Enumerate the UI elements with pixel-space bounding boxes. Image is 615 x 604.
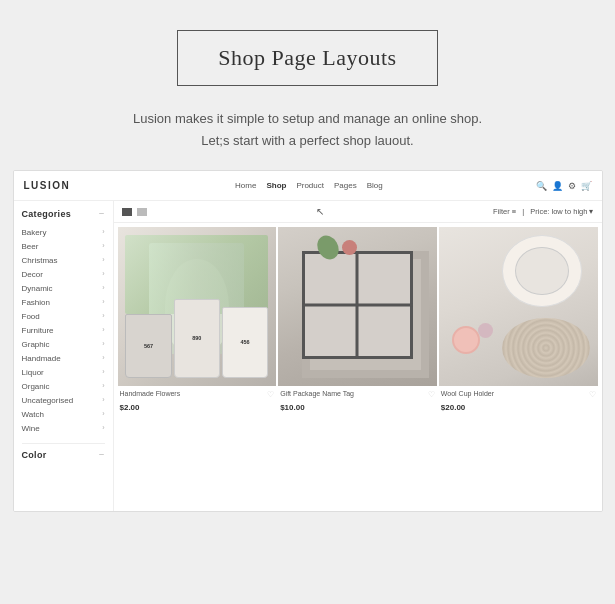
gift-background	[278, 227, 437, 386]
product-image-flowers[interactable]: 567 890 456	[118, 227, 277, 386]
flowers-background: 567 890 456	[118, 227, 277, 386]
cart-icon[interactable]: 🛒	[581, 181, 592, 191]
nav-bar: LUSION Home Shop Product Pages Blog 🔍 👤 …	[14, 171, 602, 201]
canister-2: 890	[174, 299, 220, 378]
sidebar-item[interactable]: Decor›	[22, 267, 105, 281]
user-icon[interactable]: 👤	[552, 181, 563, 191]
page-title: Shop Page Layouts	[218, 45, 396, 71]
wool-cup	[502, 235, 581, 306]
sidebar-item[interactable]: Wine›	[22, 421, 105, 435]
nav-link-home[interactable]: Home	[235, 181, 256, 190]
sidebar-item[interactable]: Bakery›	[22, 225, 105, 239]
sidebar-header: Categories −	[22, 209, 105, 219]
content-area: Categories − Bakery› Beer› Christmas› De…	[14, 201, 602, 511]
sidebar-item[interactable]: Fashion›	[22, 295, 105, 309]
search-icon[interactable]: 🔍	[536, 181, 547, 191]
sidebar: Categories − Bakery› Beer› Christmas› De…	[14, 201, 114, 511]
sidebar-item[interactable]: Organic›	[22, 379, 105, 393]
toolbar-left	[122, 208, 147, 216]
sidebar-item[interactable]: Uncategorised›	[22, 393, 105, 407]
sidebar-item[interactable]: Dynamic›	[22, 281, 105, 295]
list-view-icon[interactable]	[137, 208, 147, 216]
subtitle: Lusion makes it simple to setup and mana…	[133, 108, 482, 152]
nav-link-shop[interactable]: Shop	[266, 181, 286, 190]
toolbar-cursor: ↖	[316, 206, 324, 217]
sidebar-item[interactable]: Watch›	[22, 407, 105, 421]
gift-circle	[342, 240, 357, 255]
sidebar-color-collapse-icon[interactable]: −	[99, 450, 105, 460]
filter-label[interactable]: Filter ≡	[493, 207, 516, 216]
product-price-flowers: $2.00	[118, 403, 277, 412]
product-price-wool: $20.00	[439, 403, 598, 412]
sidebar-item[interactable]: Liquor›	[22, 365, 105, 379]
canister-1: 567	[125, 314, 171, 377]
title-box: Shop Page Layouts	[177, 30, 437, 86]
product-heart-gift[interactable]: ♡	[428, 390, 435, 399]
wool-flower	[452, 326, 480, 354]
products-grid: 567 890 456 Handmade Flowers ♡ $2.00	[114, 223, 602, 511]
product-heart-wool[interactable]: ♡	[589, 390, 596, 399]
grid-view-icon[interactable]	[122, 208, 132, 216]
sidebar-categories-title: Categories	[22, 209, 72, 219]
product-name-gift: Gift Package Name Tag	[280, 390, 354, 397]
canister-3: 456	[222, 307, 268, 378]
sidebar-color-section: Color −	[22, 443, 105, 460]
sidebar-color-title: Color	[22, 450, 47, 460]
sidebar-item[interactable]: Handmade›	[22, 351, 105, 365]
gift-ribbon-horizontal	[302, 303, 413, 306]
product-name-wool: Wool Cup Holder	[441, 390, 494, 397]
sidebar-color-header: Color −	[22, 450, 105, 460]
page-wrapper: Shop Page Layouts Lusion makes it simple…	[0, 0, 615, 604]
gift-box	[302, 251, 413, 359]
sidebar-collapse-icon[interactable]: −	[99, 209, 105, 219]
sidebar-item[interactable]: Food›	[22, 309, 105, 323]
product-image-wool[interactable]	[439, 227, 598, 386]
settings-icon[interactable]: ⚙	[568, 181, 576, 191]
nav-link-product[interactable]: Product	[296, 181, 324, 190]
top-section: Shop Page Layouts Lusion makes it simple…	[0, 0, 615, 170]
products-toolbar: ↖ Filter ≡ | Price: low to high ▾	[114, 201, 602, 223]
wool-small-circle	[478, 323, 493, 338]
product-card-flowers: 567 890 456 Handmade Flowers ♡ $2.00	[118, 227, 277, 507]
product-card-wool: Wool Cup Holder ♡ $20.00	[439, 227, 598, 507]
shop-preview: LUSION Home Shop Product Pages Blog 🔍 👤 …	[13, 170, 603, 512]
product-info-flowers: Handmade Flowers ♡	[118, 386, 277, 403]
product-heart-flowers[interactable]: ♡	[267, 390, 274, 399]
product-price-gift: $10.00	[278, 403, 437, 412]
product-name-flowers: Handmade Flowers	[120, 390, 181, 397]
products-area: ↖ Filter ≡ | Price: low to high ▾	[114, 201, 602, 511]
nav-link-pages[interactable]: Pages	[334, 181, 357, 190]
wool-coaster	[502, 318, 589, 378]
toolbar-right: Filter ≡ | Price: low to high ▾	[493, 207, 593, 216]
nav-icons: 🔍 👤 ⚙ 🛒	[536, 181, 592, 191]
sidebar-item[interactable]: Furniture›	[22, 323, 105, 337]
nav-link-blog[interactable]: Blog	[367, 181, 383, 190]
product-card-gift: Gift Package Name Tag ♡ $10.00	[278, 227, 437, 507]
nav-links: Home Shop Product Pages Blog	[82, 181, 535, 190]
product-image-gift[interactable]	[278, 227, 437, 386]
sidebar-item[interactable]: Christmas›	[22, 253, 105, 267]
sidebar-item[interactable]: Beer›	[22, 239, 105, 253]
wool-background	[439, 227, 598, 386]
canisters: 567 890 456	[125, 299, 268, 378]
product-info-wool: Wool Cup Holder ♡	[439, 386, 598, 403]
sidebar-item[interactable]: Graphic›	[22, 337, 105, 351]
nav-logo: LUSION	[24, 180, 71, 191]
sort-label[interactable]: Price: low to high ▾	[530, 207, 593, 216]
product-info-gift: Gift Package Name Tag ♡	[278, 386, 437, 403]
